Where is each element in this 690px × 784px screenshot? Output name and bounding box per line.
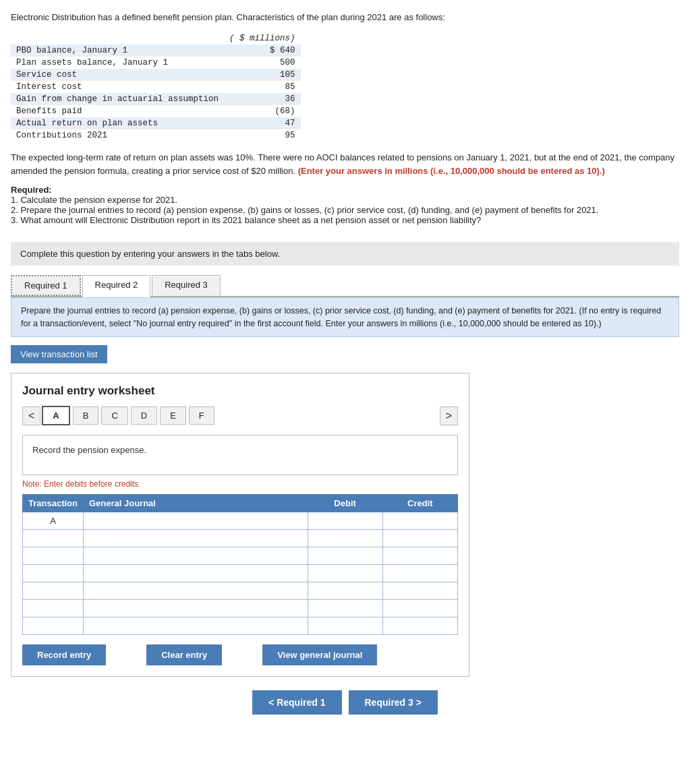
- transaction-cell-2: [23, 530, 84, 547]
- bottom-nav-next-button[interactable]: Required 3 >: [349, 690, 438, 715]
- tab-required1[interactable]: Required 1: [11, 275, 81, 296]
- table-value-benefits: (68): [224, 105, 301, 117]
- gj-input-3[interactable]: [84, 547, 308, 564]
- bottom-nav-prev-button[interactable]: < Required 1: [252, 690, 341, 715]
- col-header-credit: Credit: [382, 495, 457, 512]
- table-label-actual-return: Actual return on plan assets: [11, 117, 224, 129]
- table-row: [23, 617, 458, 635]
- intro-paragraph2: The expected long-term rate of return on…: [11, 151, 679, 178]
- instruction-box: Complete this question by entering your …: [11, 242, 679, 266]
- credit-field-6[interactable]: [383, 600, 457, 617]
- table-value-pbo: $ 640: [224, 44, 301, 57]
- credit-field-1[interactable]: [383, 512, 457, 529]
- gj-input-7[interactable]: [84, 617, 308, 634]
- action-buttons: Record entry Clear entry View general jo…: [22, 644, 458, 665]
- record-description: Record the pension expense.: [22, 435, 458, 475]
- col-header-transaction: Transaction: [23, 495, 84, 512]
- note-text: Note: Enter debits before credits.: [22, 479, 458, 489]
- worksheet-nav-tabs: < A B C D E F >: [22, 406, 458, 425]
- journal-table: Transaction General Journal Debit Credit…: [22, 494, 458, 635]
- worksheet-tab-a[interactable]: A: [42, 406, 69, 425]
- worksheet-tab-b[interactable]: B: [73, 406, 99, 425]
- required-header: Required:: [11, 185, 679, 195]
- pension-data-table: ( $ millions) PBO balance, January 1 $ 6…: [11, 32, 301, 142]
- col-header-debit: Debit: [308, 495, 382, 512]
- table-value-actual-return: 47: [224, 117, 301, 129]
- general-journal-input-1[interactable]: [83, 512, 308, 530]
- required-item2: 2. Prepare the journal entries to record…: [11, 205, 679, 215]
- worksheet-tab-c[interactable]: C: [101, 406, 127, 425]
- credit-field-7[interactable]: [383, 617, 457, 634]
- required-section: Required: 1. Calculate the pension expen…: [11, 185, 679, 225]
- credit-field-4[interactable]: [383, 565, 457, 582]
- table-value-contributions: 95: [224, 129, 301, 142]
- table-row: [23, 565, 458, 582]
- required-item1: 1. Calculate the pension expense for 202…: [11, 195, 679, 205]
- table-value-interest-cost: 85: [224, 81, 301, 93]
- tab-required3[interactable]: Required 3: [152, 275, 221, 296]
- gj-input-5[interactable]: [84, 582, 308, 599]
- debit-field-5[interactable]: [308, 582, 382, 599]
- gj-input-4[interactable]: [84, 565, 308, 582]
- worksheet-tab-e[interactable]: E: [160, 406, 186, 425]
- credit-field-5[interactable]: [383, 582, 457, 599]
- worksheet-title: Journal entry worksheet: [22, 384, 458, 398]
- table-value-gain: 36: [224, 93, 301, 105]
- credit-field-3[interactable]: [383, 547, 457, 564]
- credit-field-2[interactable]: [383, 530, 457, 547]
- required-item3: 3. What amount will Electronic Distribut…: [11, 215, 679, 225]
- table-row: [23, 600, 458, 617]
- gj-input-6[interactable]: [84, 600, 308, 617]
- record-entry-button[interactable]: Record entry: [22, 644, 106, 665]
- debit-field-3[interactable]: [308, 547, 382, 564]
- table-label-plan-assets: Plan assets balance, January 1: [11, 57, 224, 69]
- paragraph2-red: (Enter your answers in millions (i.e., 1…: [298, 166, 605, 176]
- nav-next-arrow[interactable]: >: [440, 406, 458, 425]
- debit-field-1[interactable]: [308, 512, 382, 529]
- view-general-journal-button[interactable]: View general journal: [262, 644, 377, 665]
- worksheet-tab-f[interactable]: F: [189, 406, 214, 425]
- table-label-contributions: Contributions 2021: [11, 129, 224, 142]
- clear-entry-button[interactable]: Clear entry: [146, 644, 222, 665]
- tabs-container: Required 1 Required 2 Required 3: [11, 275, 679, 297]
- transaction-cell-a: A: [23, 512, 84, 530]
- debit-field-4[interactable]: [308, 565, 382, 582]
- table-row: [23, 547, 458, 565]
- table-value-service-cost: 105: [224, 69, 301, 81]
- debit-field-6[interactable]: [308, 600, 382, 617]
- info-box: Prepare the journal entries to record (a…: [11, 297, 679, 338]
- table-value-plan-assets: 500: [224, 57, 301, 69]
- bottom-navigation: < Required 1 Required 3 >: [11, 690, 679, 715]
- table-row: [23, 582, 458, 600]
- debit-field-2[interactable]: [308, 530, 382, 547]
- tab-required2[interactable]: Required 2: [82, 275, 151, 297]
- col-header-general-journal: General Journal: [83, 495, 308, 512]
- table-row: [23, 530, 458, 547]
- gj-input-2[interactable]: [84, 530, 308, 547]
- gj-input-1[interactable]: [84, 512, 308, 529]
- nav-prev-arrow[interactable]: <: [22, 406, 40, 425]
- debit-input-1[interactable]: [308, 512, 382, 530]
- table-row: A: [23, 512, 458, 530]
- intro-paragraph1: Electronic Distribution has a defined be…: [11, 11, 679, 24]
- table-label-pbo: PBO balance, January 1: [11, 44, 224, 57]
- table-label-service-cost: Service cost: [11, 69, 224, 81]
- journal-entry-worksheet: Journal entry worksheet < A B C D E F > …: [11, 373, 469, 677]
- table-label-benefits: Benefits paid: [11, 105, 224, 117]
- debit-field-7[interactable]: [308, 617, 382, 634]
- table-label-gain: Gain from change in actuarial assumption: [11, 93, 224, 105]
- view-transaction-list-button[interactable]: View transaction list: [11, 345, 107, 363]
- table-label-interest-cost: Interest cost: [11, 81, 224, 93]
- credit-input-1[interactable]: [382, 512, 457, 530]
- worksheet-tab-d[interactable]: D: [131, 406, 157, 425]
